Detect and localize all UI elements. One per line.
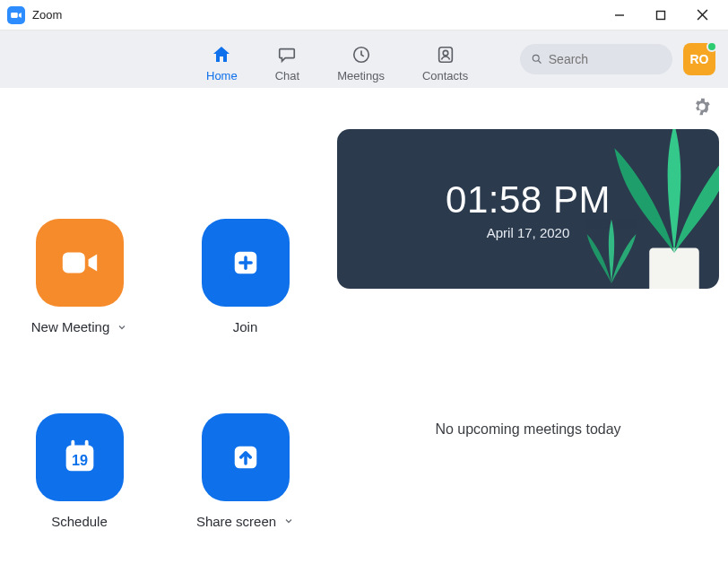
contacts-icon [434, 43, 457, 66]
svg-text:19: 19 [71, 451, 87, 467]
maximize-button[interactable] [640, 1, 681, 30]
search-input[interactable] [549, 52, 658, 66]
action-share-screen: Share screen [180, 413, 310, 556]
action-label: Join [233, 319, 258, 334]
upcoming-message: No upcoming meetings today [435, 421, 620, 438]
svg-rect-0 [11, 13, 18, 18]
calendar-icon: 19 [59, 437, 100, 478]
settings-button[interactable] [692, 97, 712, 120]
main-content: New Meeting Join 19 Schedul [0, 129, 728, 564]
right-column: 01:58 PM April 17, 2020 No upcoming meet… [337, 129, 719, 555]
clock-date: April 17, 2020 [487, 225, 570, 240]
tab-label: Contacts [422, 69, 468, 82]
tab-label: Chat [275, 69, 299, 82]
video-icon [59, 242, 100, 283]
share-screen-button[interactable] [202, 413, 290, 501]
chevron-down-icon [117, 322, 127, 333]
app-logo-icon [7, 6, 25, 24]
action-label-row[interactable]: Share screen [196, 514, 294, 529]
settings-row [0, 88, 728, 129]
gear-icon [692, 97, 712, 117]
plant-decoration-icon [611, 129, 719, 289]
avatar[interactable]: RO [683, 43, 715, 75]
title-bar: Zoom [0, 0, 728, 30]
presence-dot-icon [706, 41, 717, 52]
svg-line-9 [539, 61, 542, 64]
action-label: Share screen [196, 514, 276, 529]
upcoming-panel: No upcoming meetings today [337, 303, 719, 555]
schedule-button[interactable]: 19 [36, 413, 124, 501]
new-meeting-button[interactable] [36, 219, 124, 307]
svg-rect-2 [657, 11, 665, 19]
tab-chat[interactable]: Chat [275, 36, 299, 82]
clock-icon [350, 43, 373, 66]
svg-point-7 [443, 50, 448, 56]
tab-label: Meetings [337, 69, 385, 82]
action-label: New Meeting [31, 319, 110, 334]
home-icon [210, 43, 233, 66]
action-schedule: 19 Schedule [14, 413, 144, 556]
chevron-down-icon [283, 516, 294, 526]
action-label: Schedule [51, 514, 108, 529]
svg-rect-10 [62, 253, 84, 273]
clock-card: 01:58 PM April 17, 2020 [337, 129, 719, 289]
arrow-up-icon [227, 438, 264, 476]
action-label-row[interactable]: New Meeting [31, 319, 128, 334]
svg-point-8 [533, 55, 539, 61]
window-title: Zoom [32, 8, 62, 22]
action-label-row: Join [233, 319, 258, 334]
tab-contacts[interactable]: Contacts [422, 36, 468, 82]
tab-label: Home [206, 69, 238, 82]
plus-icon [227, 244, 264, 282]
action-label-row: Schedule [51, 514, 108, 529]
actions-grid: New Meeting Join 19 Schedul [14, 129, 337, 555]
search-icon [531, 52, 543, 66]
close-button[interactable] [681, 1, 723, 30]
search-box[interactable] [520, 44, 672, 74]
minimize-button[interactable] [599, 1, 640, 30]
tab-home[interactable]: Home [206, 36, 238, 82]
chat-icon [275, 43, 299, 66]
svg-rect-19 [649, 247, 699, 289]
svg-rect-6 [438, 48, 452, 63]
tab-meetings[interactable]: Meetings [337, 36, 385, 82]
action-new-meeting: New Meeting [14, 219, 144, 361]
top-nav: Home Chat Meetings Contacts RO [0, 30, 728, 88]
avatar-initials: RO [690, 52, 709, 66]
join-button[interactable] [202, 219, 290, 307]
action-join: Join [180, 219, 310, 361]
